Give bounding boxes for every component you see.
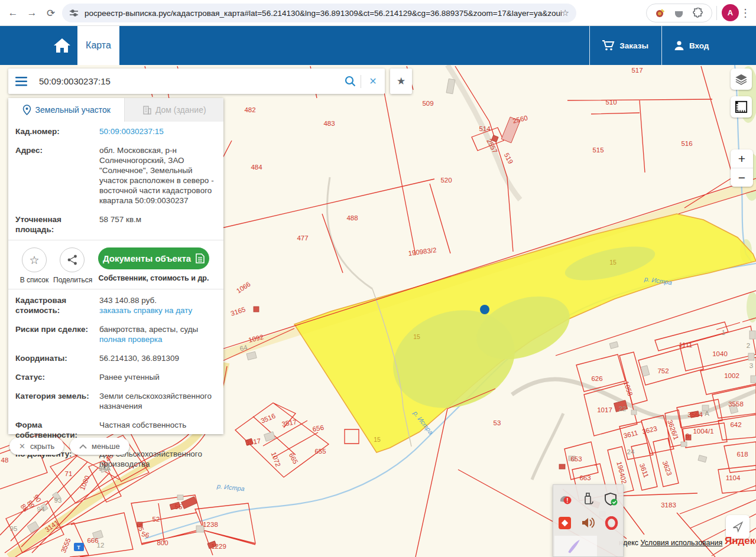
map-label: 1104 [726, 474, 741, 481]
extensions-container [646, 4, 712, 22]
field-area: Уточненная площадь: 58 757 кв.м [8, 210, 223, 239]
menu-hamburger-icon[interactable] [8, 77, 34, 86]
map-label: 94 [37, 506, 45, 513]
measure-button[interactable] [731, 96, 752, 118]
map-label: 488 [346, 214, 358, 222]
cad-label: Кад.номер: [15, 126, 99, 136]
tray-device-alert-icon[interactable]: ! [558, 492, 572, 506]
map-label: 626 [591, 375, 602, 382]
tab-house-label: Дом (здание) [155, 105, 206, 115]
cost-certificate-link[interactable]: заказать справку на дату [99, 305, 216, 315]
building-icon [142, 106, 151, 115]
share-label: Поделиться [53, 276, 91, 284]
status-value: Ранее учтенный [99, 372, 216, 382]
extensions-puzzle-icon[interactable] [693, 8, 703, 18]
map-label: 482 [244, 106, 255, 113]
map-label: 752 [657, 367, 669, 374]
share-button[interactable]: Поделиться [53, 247, 91, 284]
parcel-center-marker [480, 305, 489, 314]
tab-house[interactable]: Дом (здание) [124, 98, 223, 122]
url-text: росреестр-выписка.рус/кадастровая_карта#… [85, 9, 562, 18]
ruler-icon [735, 100, 748, 113]
tray-usb-icon[interactable] [582, 492, 595, 506]
login-button[interactable]: Вход [661, 26, 756, 65]
tray-opera-icon[interactable] [605, 516, 618, 530]
tab-map[interactable]: Карта [77, 26, 119, 65]
map-label: 3564 [687, 411, 703, 418]
map-label: 1111 [679, 341, 692, 348]
map-label: 1017 [597, 406, 612, 413]
add-to-list-button[interactable]: ☆ В список [15, 247, 53, 284]
browser-forward-button[interactable]: → [24, 5, 40, 21]
zoom-out-button[interactable]: − [731, 168, 753, 187]
bookmark-star-icon[interactable]: ☆ [562, 8, 569, 18]
map-label: 517 [631, 67, 643, 74]
extension-seal-icon[interactable] [655, 8, 665, 18]
zoom-in-button[interactable]: + [731, 149, 753, 168]
browser-back-button[interactable]: ← [5, 5, 21, 21]
cart-icon [602, 40, 615, 51]
extension-gray-icon[interactable] [674, 8, 684, 18]
browser-menu-icon[interactable]: ⋮ [737, 5, 754, 21]
map-label: 53 [494, 419, 501, 426]
share-icon [67, 255, 77, 265]
search-icon[interactable] [339, 76, 361, 87]
tray-red-diamond-icon[interactable] [558, 516, 572, 530]
ownership-label: Форма собственности: [15, 420, 99, 440]
tab-land-parcel[interactable]: Земельный участок [8, 98, 124, 122]
object-documents-button[interactable]: Документы объекта [98, 247, 209, 269]
map-label: 642 [730, 421, 741, 428]
area-label: Уточненная площадь: [15, 214, 99, 234]
map-label: 12 [97, 542, 105, 549]
search-input[interactable] [39, 76, 339, 86]
field-cost: Кадастровая стоимость: 343 140.88 руб. з… [8, 291, 223, 320]
panel-divider [8, 289, 223, 289]
browser-reload-button[interactable]: ⟳ [43, 5, 59, 21]
map-label: 515 [592, 146, 603, 154]
hide-label: скрыть [30, 442, 55, 451]
layers-button[interactable] [731, 69, 752, 90]
panel-actions: ☆ В список Поделиться Документы объекта [8, 242, 223, 288]
tray-shield-check-icon[interactable] [604, 492, 618, 506]
field-address: Адрес: обл. Московская, р-н Солнечногорс… [8, 141, 223, 210]
map-label: 1238 [203, 521, 218, 528]
cad-number-link[interactable]: 50:09:0030237:15 [99, 127, 164, 136]
favorites-star-button[interactable]: ★ [390, 69, 412, 94]
tray-volume-icon[interactable] [581, 516, 595, 529]
star-outline-icon: ☆ [29, 253, 39, 267]
map-label: 1040 [712, 350, 728, 357]
site-settings-icon[interactable] [69, 8, 79, 18]
toolbar-divider [716, 6, 717, 20]
full-check-link[interactable]: полная проверка [99, 334, 216, 344]
locate-arrow-icon [731, 520, 744, 533]
orders-button[interactable]: Заказы [589, 26, 660, 65]
home-button[interactable] [46, 26, 77, 65]
search-clear-icon[interactable]: ✕ [361, 76, 385, 87]
layers-icon [735, 73, 748, 86]
risks-label: Риски при сделке: [15, 324, 99, 344]
map-label: 48 [1, 457, 9, 464]
map-label: 93 [54, 497, 62, 504]
terms-of-use-link[interactable]: Условия использования [640, 539, 722, 547]
docs-caption: Собственник, стоимость и др. [91, 274, 216, 282]
map-label: 24 [627, 448, 635, 455]
map-label: 3558 [728, 400, 744, 408]
hide-panel-button[interactable]: ✕ скрыть [9, 438, 64, 455]
field-risks: Риски при сделке: банкротства, аресты, с… [8, 320, 223, 348]
category-value: Земли сельскохозяйственного назначения [99, 391, 216, 411]
address-label: Адрес: [15, 145, 99, 206]
map-label: 15 [374, 436, 381, 443]
map-label: 52 [153, 516, 160, 523]
browser-profile-avatar[interactable]: A [722, 4, 739, 21]
map-label: 55 [175, 503, 183, 510]
map-label: 514 [479, 125, 491, 132]
map-attribution: ндекс Условия использования [619, 539, 722, 547]
map-label: 510 [605, 99, 617, 106]
map-label: 95 [10, 525, 18, 532]
field-coords: Координаты: 56.214130, 36.891309 [8, 348, 223, 367]
browser-toolbar: ← → ⟳ росреестр-выписка.рус/кадастровая_… [0, 0, 756, 26]
collapse-panel-button[interactable]: меньше [70, 438, 129, 455]
address-bar[interactable]: росреестр-выписка.рус/кадастровая_карта#… [62, 4, 576, 22]
site-navbar: Карта Заказы Вход [0, 26, 756, 65]
map-label: 22 [619, 405, 627, 412]
